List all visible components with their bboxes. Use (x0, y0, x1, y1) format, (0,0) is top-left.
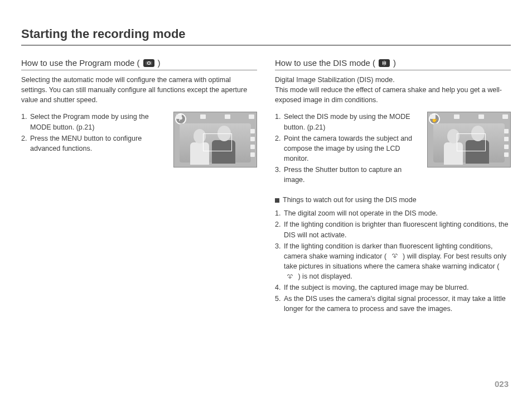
list-item: 3. Press the Shutter button to capture a… (275, 165, 422, 185)
step-number: 2. (275, 133, 284, 164)
left-column: How to use the Program mode ( ) Selectin… (21, 58, 257, 315)
shake-warning-icon (285, 273, 295, 281)
list-item: 1. The digital zoom will not operate in … (275, 208, 511, 218)
page-title: Starting the recording mode (21, 27, 511, 46)
list-item: 5. As the DIS uses the camera's digital … (275, 294, 511, 314)
step-number: 1. (275, 112, 284, 132)
dis-mode-icon (379, 59, 390, 67)
step-number: 2. (21, 133, 30, 154)
list-item: 1. Select the Program mode by using the … (21, 112, 168, 132)
step-number: 3. (275, 165, 284, 185)
heading-text-pre: How to use the Program mode ( (21, 58, 140, 68)
right-column: How to use the DIS mode ( ) Digital Imag… (275, 58, 511, 315)
step-text: Point the camera towards the subject and… (284, 133, 422, 164)
step-number: 5. (275, 294, 284, 314)
dis-mode-heading: How to use the DIS mode ( ) (275, 58, 511, 70)
bullet-square-icon (275, 198, 279, 203)
step-text: Select the Program mode by using the MOD… (30, 112, 168, 132)
program-preview-thumbnail: P (173, 112, 257, 168)
step-text: If the lighting condition is brighter th… (284, 219, 511, 240)
dis-intro: Digital Image Stabilization (DIS) mode. … (275, 75, 511, 105)
list-item: 1. Select the DIS mode by using the MODE… (275, 112, 422, 132)
watch-heading-text: Things to watch out for using the DIS mo… (283, 196, 417, 204)
step-text: The digital zoom will not operate in the… (284, 208, 438, 218)
step-number: 4. (275, 283, 284, 293)
program-mode-icon (143, 59, 154, 67)
dis-preview-thumbnail: ✋ (427, 112, 511, 168)
page-number: 023 (495, 379, 509, 389)
list-item: 4. If the subject is moving, the capture… (275, 283, 511, 293)
shake-warning-icon (390, 252, 400, 260)
heading-text-post: ) (393, 58, 396, 68)
list-item: 2. Point the camera towards the subject … (275, 133, 422, 164)
step-text: If the subject is moving, the captured i… (284, 283, 468, 293)
step-number: 3. (275, 241, 284, 282)
program-mode-heading: How to use the Program mode ( ) (21, 58, 257, 70)
program-intro: Selecting the automatic mode will config… (21, 75, 257, 105)
dis-steps: 1. Select the DIS mode by using the MODE… (275, 112, 422, 186)
step-text: As the DIS uses the camera's digital sig… (284, 294, 511, 314)
watch-list: 1. The digital zoom will not operate in … (275, 208, 511, 314)
list-item: 3. If the lighting condition is darker t… (275, 241, 511, 282)
content-columns: How to use the Program mode ( ) Selectin… (21, 58, 511, 315)
watch-subheading: Things to watch out for using the DIS mo… (275, 196, 511, 204)
step-number: 2. (275, 219, 284, 240)
step-text: Press the MENU button to configure advan… (30, 133, 168, 154)
list-item: 2. Press the MENU button to configure ad… (21, 133, 168, 154)
step-text: Select the DIS mode by using the MODE bu… (284, 112, 422, 132)
heading-text-pre: How to use the DIS mode ( (275, 58, 375, 68)
heading-text-post: ) (158, 58, 161, 68)
list-item: 2. If the lighting condition is brighter… (275, 219, 511, 240)
step-number: 1. (21, 112, 30, 132)
step-text: If the lighting condition is darker than… (284, 241, 511, 282)
dis-steps-row: 1. Select the DIS mode by using the MODE… (275, 112, 511, 186)
program-steps: 1. Select the Program mode by using the … (21, 112, 168, 155)
step-number: 1. (275, 208, 284, 218)
program-steps-row: 1. Select the Program mode by using the … (21, 112, 257, 168)
step-text: Press the Shutter button to capture an i… (284, 165, 422, 185)
